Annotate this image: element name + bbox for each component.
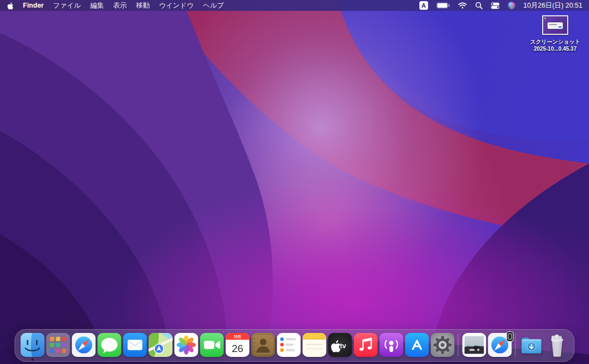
dock-item-downloads-folder[interactable] [519, 332, 544, 357]
desktop: Finder ファイル 編集 表示 移動 ウインドウ ヘルプ A 10月26日(… [0, 0, 589, 364]
menu-go[interactable]: 移動 [136, 1, 149, 10]
wifi-icon[interactable] [458, 2, 467, 9]
dock-item-photos[interactable] [173, 332, 199, 357]
calendar-day-label: 26 [231, 343, 243, 354]
wallpaper-waves [0, 0, 589, 364]
music-icon [353, 333, 377, 357]
dock-item-recent-window[interactable] [461, 332, 487, 357]
iphone-badge-icon [507, 331, 514, 342]
input-method-indicator[interactable]: A [419, 1, 428, 10]
safari-icon [71, 333, 95, 357]
dock-divider [458, 333, 459, 356]
reminders-icon [277, 333, 300, 357]
apple-menu-icon[interactable] [7, 2, 14, 10]
notes-icon [302, 333, 326, 357]
trash-full-icon [545, 333, 569, 357]
menu-bar: Finder ファイル 編集 表示 移動 ウインドウ ヘルプ A 10月26日(… [0, 0, 589, 11]
desktop-file-screenshot[interactable]: スクリーンショット 2025-10...0.45.37 [529, 15, 581, 52]
menu-view[interactable]: 表示 [113, 1, 127, 10]
calendar-icon: 10月 26 [225, 333, 249, 357]
dock-item-system-preferences[interactable] [430, 332, 455, 357]
dock-item-safari[interactable] [71, 332, 97, 357]
contacts-icon [251, 333, 275, 357]
finder-icon [20, 333, 44, 357]
dock-item-mail[interactable] [122, 332, 148, 357]
dock-item-app-store[interactable] [404, 332, 430, 357]
siri-icon[interactable] [508, 2, 515, 9]
apple-tv-label: tv [340, 342, 346, 350]
dock-item-reminders[interactable] [276, 332, 302, 357]
dock-item-facetime[interactable] [199, 332, 225, 357]
dock-item-messages[interactable] [97, 332, 122, 357]
file-label-line1: スクリーンショット [530, 38, 580, 45]
apple-tv-icon: tv [328, 333, 352, 357]
screenshot-thumbnail [542, 15, 568, 35]
messages-icon [97, 333, 121, 357]
dock-item-music[interactable] [353, 332, 378, 357]
menu-clock[interactable]: 10月26日(日) 20:51 [524, 1, 582, 10]
system-preferences-icon [430, 333, 454, 357]
thumbnail-detail [544, 17, 546, 19]
spotlight-search-icon[interactable] [475, 2, 483, 9]
recent-window-thumbnail [462, 333, 486, 357]
dock-item-notes[interactable] [302, 332, 327, 357]
facetime-icon [200, 333, 224, 357]
wallpaper [0, 0, 589, 364]
menu-file[interactable]: ファイル [53, 1, 81, 10]
battery-icon[interactable] [436, 2, 450, 9]
file-label-line2: 2025-10...0.45.37 [530, 45, 580, 52]
mail-icon [123, 333, 147, 357]
dock-divider [515, 333, 516, 356]
menu-edit[interactable]: 編集 [90, 1, 104, 10]
dock-item-calendar[interactable]: 10月 26 [225, 332, 250, 357]
dock-item-contacts[interactable] [250, 332, 276, 357]
calendar-month-label: 10月 [233, 335, 241, 339]
app-store-icon [405, 333, 429, 357]
dock-item-safari-from-iphone[interactable] [487, 332, 513, 357]
launchpad-icon [46, 333, 70, 357]
thumbnail-dialog [548, 22, 563, 29]
control-center-icon[interactable] [491, 2, 500, 9]
running-indicator [31, 359, 33, 361]
menu-window[interactable]: ウインドウ [159, 1, 194, 10]
dock: 10月 26 [15, 329, 575, 362]
dock-item-finder[interactable] [20, 332, 45, 357]
maps-icon [148, 333, 172, 357]
dock-item-maps[interactable] [148, 332, 173, 357]
app-menu-finder[interactable]: Finder [23, 2, 44, 9]
downloads-folder-icon [519, 333, 543, 357]
dock-item-apple-tv[interactable]: tv [327, 332, 353, 357]
dock-item-podcasts[interactable] [378, 332, 404, 357]
dock-item-trash[interactable] [544, 332, 570, 357]
desktop-file-label: スクリーンショット 2025-10...0.45.37 [530, 38, 580, 52]
podcasts-icon [379, 333, 403, 357]
dock-item-launchpad[interactable] [45, 332, 71, 357]
menu-help[interactable]: ヘルプ [203, 1, 224, 10]
photos-icon [174, 333, 198, 357]
